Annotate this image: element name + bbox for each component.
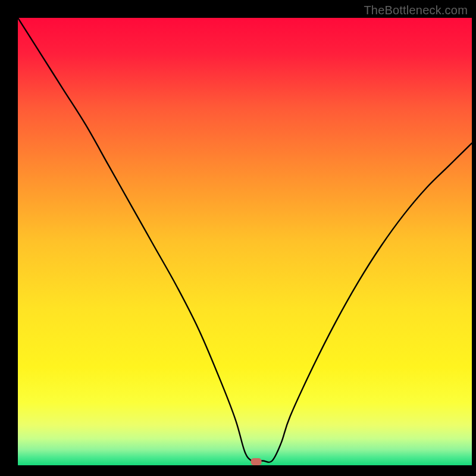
chart-svg xyxy=(18,18,472,465)
gradient-background xyxy=(18,18,472,465)
watermark-text: TheBottleneck.com xyxy=(364,4,468,17)
chart-frame: TheBottleneck.com xyxy=(0,0,476,476)
plot-area xyxy=(18,18,472,465)
minimum-marker xyxy=(251,458,262,465)
